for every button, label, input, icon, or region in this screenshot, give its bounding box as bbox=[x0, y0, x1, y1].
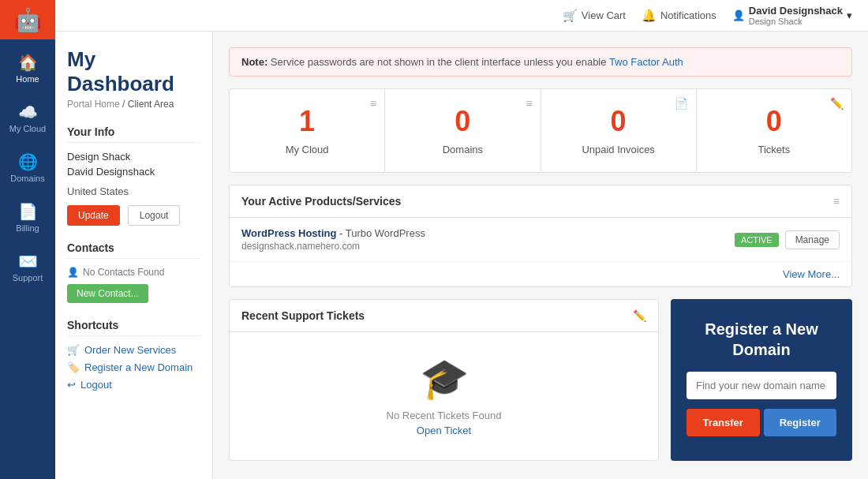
sidebar-label-support: Support bbox=[13, 273, 43, 283]
two-factor-link[interactable]: Two Factor Auth bbox=[609, 56, 683, 68]
user-contacts-icon: 👤 bbox=[67, 267, 79, 278]
view-more-link[interactable]: View More... bbox=[230, 262, 851, 286]
view-more-anchor[interactable]: View More... bbox=[783, 268, 840, 280]
product-type: Turbo WordPress bbox=[346, 227, 425, 239]
shortcut-order-services[interactable]: 🛒 Order New Services bbox=[67, 344, 200, 356]
billing-icon: 📄 bbox=[18, 202, 38, 221]
product-separator: - bbox=[339, 227, 346, 239]
stat-number-cloud: 1 bbox=[241, 105, 372, 138]
open-ticket-link[interactable]: Open Ticket bbox=[417, 425, 471, 436]
support-empty-state: 🎓 No Recent Tickets Found Open Ticket bbox=[230, 332, 658, 460]
stat-unpaid-invoices[interactable]: 📄 0 Unpaid Invoices bbox=[541, 89, 697, 172]
user-name: David Designshack bbox=[749, 5, 843, 17]
stat-icon-invoices: 📄 bbox=[675, 97, 688, 110]
stats-row: ≡ 1 My Cloud ≡ 0 Domains 📄 0 Unpaid Invo… bbox=[229, 88, 852, 173]
breadcrumb-portal[interactable]: Portal Home bbox=[67, 99, 120, 110]
new-contact-button[interactable]: New Contact... bbox=[67, 284, 148, 303]
bottom-row: Recent Support Tickets ✏️ 🎓 No Recent Ti… bbox=[229, 299, 852, 461]
page-title: My Dashboard Portal Home / Client Area bbox=[67, 47, 200, 110]
active-products-title: Your Active Products/Services bbox=[241, 195, 401, 208]
home-icon: 🏠 bbox=[18, 53, 38, 72]
active-products-header: Your Active Products/Services ≡ bbox=[230, 185, 851, 218]
cloud-icon: ☁️ bbox=[18, 103, 38, 122]
transfer-button[interactable]: Transfer bbox=[687, 409, 760, 436]
user-company-info: Design Shack bbox=[67, 151, 200, 163]
tag-icon: 🏷️ bbox=[67, 361, 80, 373]
sidebar-label-my-cloud: My Cloud bbox=[9, 124, 46, 133]
edit-icon[interactable]: ✏️ bbox=[633, 309, 646, 322]
breadcrumb: Portal Home / Client Area bbox=[67, 99, 200, 110]
stat-icon-domains: ≡ bbox=[526, 97, 532, 110]
support-icon: ✉️ bbox=[18, 252, 38, 271]
stat-number-domains: 0 bbox=[397, 105, 528, 138]
notifications-label: Notifications bbox=[660, 9, 716, 21]
stat-icon-cloud: ≡ bbox=[370, 97, 376, 110]
logo-icon: 🤖 bbox=[14, 7, 42, 33]
shortcut-register-domain[interactable]: 🏷️ Register a New Domain bbox=[67, 361, 200, 373]
sidebar-item-billing[interactable]: 📄 Billing bbox=[0, 193, 55, 242]
alert-note-label: Note: bbox=[241, 56, 268, 68]
globe-icon: 🌐 bbox=[18, 152, 38, 171]
product-row: WordPress Hosting - Turbo WordPress desi… bbox=[230, 218, 851, 262]
domain-action-buttons: Transfer Register bbox=[687, 409, 836, 436]
sidebar-label-home: Home bbox=[16, 74, 39, 84]
cart-icon: 🛒 bbox=[563, 9, 578, 23]
user-icon: 👤 bbox=[732, 9, 745, 21]
right-panel: Note: Service passwords are not shown in… bbox=[213, 32, 868, 479]
no-tickets-text: No Recent Tickets Found bbox=[387, 410, 502, 421]
graduation-icon: 🎓 bbox=[420, 356, 469, 402]
your-info-title: Your Info bbox=[67, 125, 200, 143]
order-icon: 🛒 bbox=[67, 344, 80, 356]
sidebar-item-support[interactable]: ✉️ Support bbox=[0, 242, 55, 292]
top-nav: 🛒 View Cart 🔔 Notifications 👤 David Desi… bbox=[55, 0, 868, 32]
info-buttons: Update Logout bbox=[67, 205, 200, 226]
stat-icon-tickets: ✏️ bbox=[830, 97, 844, 110]
shortcuts-section: Shortcuts 🛒 Order New Services 🏷️ Regist… bbox=[67, 319, 200, 391]
support-tickets-title: Recent Support Tickets bbox=[241, 309, 365, 322]
stat-my-cloud[interactable]: ≡ 1 My Cloud bbox=[230, 89, 385, 172]
stat-label-domains: Domains bbox=[443, 144, 483, 155]
stat-label-tickets: Tickets bbox=[758, 144, 791, 155]
stat-tickets[interactable]: ✏️ 0 Tickets bbox=[697, 89, 851, 172]
chevron-down-icon: ▾ bbox=[847, 9, 852, 21]
sidebar-item-home[interactable]: 🏠 Home bbox=[0, 43, 55, 93]
register-button[interactable]: Register bbox=[764, 409, 837, 436]
support-tickets-header: Recent Support Tickets ✏️ bbox=[230, 300, 658, 332]
stat-label-invoices: Unpaid Invoices bbox=[582, 144, 655, 155]
breadcrumb-separator: / bbox=[122, 99, 128, 110]
domain-search-input[interactable] bbox=[687, 372, 836, 399]
sidebar: 🤖 🏠 Home ☁️ My Cloud 🌐 Domains 📄 Billing… bbox=[0, 0, 55, 479]
main-wrapper: 🛒 View Cart 🔔 Notifications 👤 David Desi… bbox=[55, 0, 868, 479]
bell-icon: 🔔 bbox=[642, 9, 657, 23]
shortcut-logout[interactable]: ↩ Logout bbox=[67, 379, 200, 391]
user-company: Design Shack bbox=[749, 17, 843, 26]
sidebar-item-domains[interactable]: 🌐 Domains bbox=[0, 143, 55, 193]
sidebar-logo[interactable]: 🤖 bbox=[0, 0, 55, 39]
view-cart-button[interactable]: 🛒 View Cart bbox=[563, 9, 626, 23]
product-info: WordPress Hosting - Turbo WordPress desi… bbox=[241, 227, 735, 252]
alert-banner: Note: Service passwords are not shown in… bbox=[229, 47, 852, 77]
alert-message: Service passwords are not shown in the c… bbox=[271, 56, 607, 68]
stat-domains[interactable]: ≡ 0 Domains bbox=[385, 89, 541, 172]
user-menu[interactable]: 👤 David Designshack Design Shack ▾ bbox=[732, 5, 852, 26]
notifications-button[interactable]: 🔔 Notifications bbox=[642, 9, 716, 23]
manage-button[interactable]: Manage bbox=[785, 230, 840, 249]
product-service: WordPress Hosting bbox=[241, 227, 336, 239]
left-panel: My Dashboard Portal Home / Client Area Y… bbox=[55, 32, 213, 479]
logout-button-info[interactable]: Logout bbox=[128, 205, 181, 226]
hamburger-icon[interactable]: ≡ bbox=[833, 195, 840, 208]
sidebar-label-domains: Domains bbox=[10, 174, 44, 183]
shortcuts-title: Shortcuts bbox=[67, 319, 200, 336]
status-badge: ACTIVE bbox=[735, 233, 779, 247]
update-button[interactable]: Update bbox=[67, 205, 120, 226]
stat-label-cloud: My Cloud bbox=[286, 144, 329, 155]
product-name: WordPress Hosting - Turbo WordPress bbox=[241, 227, 735, 239]
view-cart-label: View Cart bbox=[582, 9, 626, 21]
support-tickets-card: Recent Support Tickets ✏️ 🎓 No Recent Ti… bbox=[229, 299, 659, 461]
content-area: My Dashboard Portal Home / Client Area Y… bbox=[55, 32, 868, 479]
product-domain: designshack.namehero.com bbox=[241, 241, 735, 252]
sidebar-item-my-cloud[interactable]: ☁️ My Cloud bbox=[0, 93, 55, 143]
stat-number-tickets: 0 bbox=[709, 105, 840, 138]
user-country: United States bbox=[67, 185, 200, 197]
contacts-title: Contacts bbox=[67, 241, 200, 259]
